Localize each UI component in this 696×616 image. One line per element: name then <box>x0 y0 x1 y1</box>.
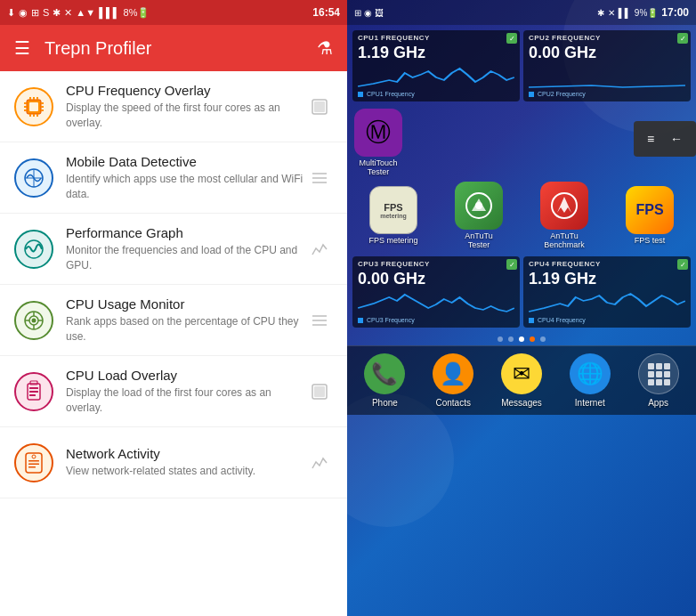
apps-icon[interactable] <box>638 353 679 394</box>
cpu3-checkbox[interactable]: ✓ <box>506 259 517 270</box>
bottom-dock: 📞 Phone 👤 Contacts ✉ Messages 🌐 <box>347 345 696 415</box>
page-dot-4[interactable] <box>530 336 535 342</box>
svg-rect-35 <box>29 387 38 389</box>
svg-rect-39 <box>314 386 325 397</box>
cpu-freq-action[interactable] <box>306 93 333 120</box>
internet-icon[interactable]: 🌐 <box>570 353 611 394</box>
page-dot-3[interactable] <box>519 336 524 342</box>
hamburger-menu-icon[interactable]: ☰ <box>14 37 30 59</box>
fps-metering-app[interactable]: FPS metering FPS metering <box>361 186 425 245</box>
s-icon: S <box>43 7 49 18</box>
contacts-label: Contacts <box>435 398 470 408</box>
fps-metering-icon[interactable]: FPS metering <box>369 186 417 234</box>
svg-rect-54 <box>648 379 654 385</box>
menu-item-mobile-data[interactable]: Mobile Data Detective Identify which app… <box>0 142 347 214</box>
svg-rect-36 <box>29 391 38 393</box>
screen-icon: ⊞ <box>31 7 39 19</box>
perf-graph-action[interactable] <box>306 236 333 263</box>
antutu-benchmark-app[interactable]: AnTuTuBenchmark <box>532 182 596 249</box>
cpu-freq-text: CPU Frequency Overlay Display the speed … <box>66 83 306 131</box>
svg-rect-43 <box>28 460 39 462</box>
mobile-data-desc: Identify which apps use the most cellula… <box>66 172 306 202</box>
svg-rect-51 <box>648 371 654 377</box>
menu-item-cpu-usage[interactable]: CPU Usage Monitor Rank apps based on the… <box>0 285 347 356</box>
menu-item-perf-graph[interactable]: Performance Graph Monitor the frequencie… <box>0 214 347 285</box>
antutu-benchmark-icon[interactable] <box>540 182 588 230</box>
dock-internet[interactable]: 🌐 Internet <box>563 353 617 408</box>
cpu1-checkbox[interactable]: ✓ <box>506 33 517 44</box>
flask-icon[interactable]: ⚗ <box>317 37 333 59</box>
cpu3-graph <box>358 290 514 315</box>
svg-rect-55 <box>656 379 662 385</box>
phone-icon[interactable]: 📞 <box>364 353 405 394</box>
apps-middle-row: Ⓜ MultiTouchTester ≡ ← <box>347 105 696 180</box>
cpu-usage-text: CPU Usage Monitor Rank apps based on the… <box>66 296 306 344</box>
contacts-symbol: 👤 <box>440 361 466 386</box>
app-bar: ☰ Trepn Profiler ⚗ <box>0 25 347 71</box>
network-title: Network Activity <box>66 446 306 461</box>
cpu-usage-title: CPU Usage Monitor <box>66 296 306 312</box>
cpu4-checkbox[interactable]: ✓ <box>677 259 688 270</box>
left-panel: ⬇ ◉ ⊞ S ✱ ✕ ▲▼ ▌▌▌ 8%🔋 16:54 ☰ Trepn Pro… <box>0 0 347 616</box>
menu-item-cpu-freq[interactable]: CPU Frequency Overlay Display the speed … <box>0 71 347 142</box>
cpu2-graph <box>529 64 685 89</box>
fps-test-app[interactable]: FPS FPS test <box>618 186 682 245</box>
multitouch-m-icon: Ⓜ <box>366 116 391 150</box>
menu-item-network[interactable]: Network Activity View network-related st… <box>0 427 347 498</box>
cpu4-value: 1.19 GHz <box>529 270 685 288</box>
page-dot-5[interactable] <box>540 336 546 342</box>
multitouch-app[interactable]: Ⓜ MultiTouchTester <box>354 109 402 176</box>
page-dot-2[interactable] <box>508 336 514 342</box>
dock-phone[interactable]: 📞 Phone <box>358 353 411 408</box>
perf-graph-title: Performance Graph <box>66 225 306 240</box>
top-widgets-row: CPU1 FREQUENCY ✓ 1.19 GHz CPU1 Frequency… <box>347 25 696 105</box>
cpu-usage-icon <box>14 301 53 340</box>
cpu4-widget: CPU4 FREQUENCY ✓ 1.19 GHz CPU4 Frequency <box>523 256 691 328</box>
page-dots <box>347 331 696 345</box>
perf-graph-text: Performance Graph Monitor the frequencie… <box>66 225 306 273</box>
fps-test-icon[interactable]: FPS <box>626 186 674 234</box>
cpu2-title: CPU2 FREQUENCY <box>529 34 685 42</box>
network-desc: View network-related states and activity… <box>66 464 306 479</box>
svg-rect-45 <box>28 466 36 468</box>
messages-icon[interactable]: ✉ <box>501 353 542 394</box>
antutu-tester-label: AnTuTuTester <box>465 231 492 249</box>
fps-test-label: FPS test <box>635 236 666 245</box>
svg-point-47 <box>475 202 482 209</box>
contacts-icon[interactable]: 👤 <box>433 353 473 394</box>
android-content: CPU1 FREQUENCY ✓ 1.19 GHz CPU1 Frequency… <box>347 25 696 616</box>
cpu-freq-icon <box>14 87 53 126</box>
cpu-usage-action[interactable] <box>306 307 333 334</box>
apps-label: Apps <box>648 398 668 408</box>
popup-back-icon[interactable]: ← <box>670 132 683 146</box>
dock-messages[interactable]: ✉ Messages <box>495 353 548 408</box>
cpu3-title: CPU3 FREQUENCY <box>358 260 514 268</box>
bluetooth-icon: ✱ <box>53 7 61 19</box>
mobile-data-action[interactable] <box>306 165 333 191</box>
antutu-tester-icon[interactable] <box>455 182 503 230</box>
cpu-load-icon <box>14 372 53 411</box>
right-status-left: ⊞ ◉ 🖼 <box>354 8 384 18</box>
messages-symbol: ✉ <box>513 361 530 386</box>
menu-list: CPU Frequency Overlay Display the speed … <box>0 71 347 616</box>
cpu1-label: CPU1 Frequency <box>358 91 514 97</box>
multitouch-icon-box[interactable]: Ⓜ <box>354 109 402 157</box>
network-text: Network Activity View network-related st… <box>66 446 306 479</box>
cpu-load-action[interactable] <box>306 378 333 405</box>
page-dot-1[interactable] <box>498 336 503 342</box>
antutu-tester-app[interactable]: AnTuTuTester <box>447 182 511 249</box>
cpu1-title: CPU1 FREQUENCY <box>358 34 514 42</box>
cpu2-dot <box>529 92 534 97</box>
perf-graph-desc: Monitor the frequencies and load of the … <box>66 243 306 273</box>
cpu2-checkbox[interactable]: ✓ <box>677 33 688 44</box>
fps-apps-row: FPS metering FPS metering AnTuTuTester <box>347 180 696 253</box>
menu-item-cpu-load[interactable]: CPU Load Overlay Display the load of the… <box>0 356 347 427</box>
cpu-freq-title: CPU Frequency Overlay <box>66 83 306 98</box>
network-icon <box>14 443 53 482</box>
dock-contacts[interactable]: 👤 Contacts <box>426 353 480 408</box>
dock-apps[interactable]: Apps <box>632 353 685 408</box>
svg-rect-49 <box>656 363 662 369</box>
network-action[interactable] <box>306 450 333 476</box>
popup-menu-icon[interactable]: ≡ <box>647 132 654 146</box>
cpu1-dot <box>358 92 363 97</box>
